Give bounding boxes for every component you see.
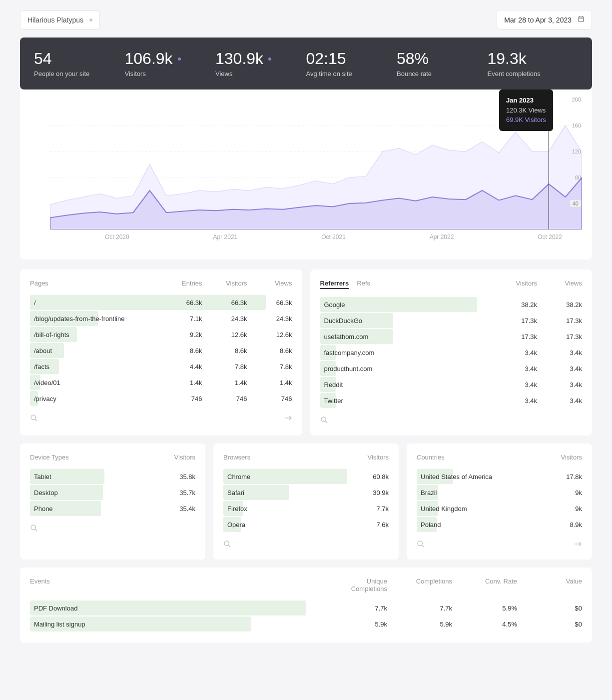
table-row[interactable]: Opera7.6k (223, 517, 389, 532)
row-label: usefathom.com (320, 333, 508, 340)
row-label: Twitter (320, 397, 508, 404)
table-row[interactable]: /66.3k66.3k66.3k (30, 295, 292, 310)
cell-value: 8.6k (172, 347, 202, 354)
traffic-chart-card: Jan 2023 120.3K Views 69.9K Visitors 408… (20, 90, 592, 260)
metric-label: Event completions (488, 70, 579, 78)
table-row[interactable]: fastcompany.com3.4k3.4k (320, 345, 583, 360)
status-dot (89, 18, 92, 22)
table-row[interactable]: /bill-of-rights9.2k12.6k12.6k (30, 327, 292, 342)
arrow-right-icon[interactable] (574, 540, 582, 550)
cell-value: 746 (262, 395, 292, 402)
table-row[interactable]: United States of America17.8k (417, 469, 582, 484)
cell-value: 24.3k (262, 315, 292, 322)
svg-line-16 (422, 545, 424, 547)
col-header: Visitors (552, 454, 582, 461)
search-icon[interactable] (30, 524, 38, 534)
table-row[interactable]: Tablet35.8k (30, 469, 195, 484)
table-row[interactable]: Desktop35.7k (30, 485, 195, 500)
tooltip-visitors: 69.9K Visitors (506, 115, 546, 125)
metric[interactable]: 02:15 Avg time on site (306, 50, 397, 78)
table-row[interactable]: usefathom.com17.3k17.3k (320, 329, 583, 344)
table-row[interactable]: Twitter3.4k3.4k (320, 393, 583, 408)
referrers-card: ReferrersRefs VisitorsViews Google38.2k3… (310, 270, 593, 436)
tab[interactable]: Refs (357, 280, 370, 289)
table-row[interactable]: Phone35.4k (30, 501, 195, 516)
row-label: /about (30, 347, 172, 354)
table-row[interactable]: Firefox7.7k (223, 501, 389, 516)
table-row[interactable]: Chrome60.8k (223, 469, 389, 484)
site-selector[interactable]: Hilarious Platypus (20, 10, 100, 30)
table-row[interactable]: /blog/updates-from-the-frontline7.1k24.3… (30, 311, 292, 326)
cell-value: 12.6k (217, 331, 247, 338)
table-row[interactable]: Poland8.9k (417, 517, 582, 532)
countries-title: Countries (417, 454, 445, 461)
row-label: Brazil (417, 489, 552, 496)
cell-value: 5.9k (402, 620, 452, 628)
x-tick: Oct 2021 (321, 234, 346, 240)
metric[interactable]: 58% Bounce rate (397, 50, 488, 78)
metric[interactable]: 54 People on your site (34, 50, 125, 78)
cell-value: 3.4k (507, 365, 537, 372)
cell-value: 7.8k (262, 363, 292, 370)
cell-value: 3.4k (552, 365, 582, 372)
x-tick: Apr 2022 (430, 234, 454, 240)
date-range-selector[interactable]: Mar 28 to Apr 3, 2023 (497, 10, 592, 30)
cell-value: 17.8k (552, 473, 582, 480)
cell-value: 9k (552, 505, 582, 512)
arrow-right-icon[interactable] (284, 414, 292, 424)
row-label: Mailing list signup (30, 620, 337, 628)
table-row[interactable]: producthunt.com3.4k3.4k (320, 361, 583, 376)
table-row[interactable]: Reddit3.4k3.4k (320, 377, 583, 392)
svg-point-9 (321, 417, 326, 422)
row-label: Phone (30, 505, 165, 512)
y-tick: 120 (572, 148, 581, 154)
cell-value: 5.9k (337, 620, 387, 628)
metric[interactable]: 130.9k Views (215, 50, 306, 78)
site-name: Hilarious Platypus (27, 16, 83, 24)
browsers-card: Browsers Visitors Chrome60.8kSafari30.9k… (213, 444, 399, 560)
cell-value: $0 (532, 620, 582, 628)
search-icon[interactable] (30, 414, 38, 424)
cell-value: 12.6k (262, 331, 292, 338)
table-row[interactable]: Brazil9k (417, 485, 582, 500)
search-icon[interactable] (223, 540, 231, 550)
devices-card: Device Types Visitors Tablet35.8kDesktop… (20, 444, 205, 560)
table-row[interactable]: Mailing list signup5.9k5.9k4.5%$0 (30, 616, 582, 632)
row-label: Reddit (320, 381, 508, 388)
cell-value: 17.3k (507, 317, 537, 324)
metric-label: Visitors (125, 70, 216, 78)
metric-label: Bounce rate (397, 70, 488, 78)
svg-point-15 (418, 541, 422, 546)
svg-point-13 (224, 541, 229, 546)
tab[interactable]: Referrers (320, 280, 349, 289)
metric[interactable]: 106.9k Visitors (125, 50, 216, 78)
table-row[interactable]: Google38.2k38.2k (320, 297, 583, 312)
tooltip-views: 120.3K Views (506, 106, 546, 116)
table-row[interactable]: /video/011.4k1.4k1.4k (30, 375, 292, 390)
cell-value: 3.4k (507, 349, 537, 356)
chart-tooltip: Jan 2023 120.3K Views 69.9K Visitors (499, 90, 553, 131)
svg-point-6 (31, 415, 35, 420)
search-icon[interactable] (320, 416, 328, 426)
table-row[interactable]: DuckDuckGo17.3k17.3k (320, 313, 583, 328)
chart-x-labels: Oct 2020Apr 2021Oct 2021Apr 2022Oct 2022 (50, 230, 582, 240)
row-label: United States of America (417, 473, 552, 480)
row-label: Desktop (30, 489, 165, 496)
row-label: PDF Download (30, 604, 337, 612)
search-icon[interactable] (417, 540, 425, 550)
metric-value: 130.9k (215, 50, 306, 68)
svg-line-14 (228, 545, 230, 547)
x-tick: Oct 2020 (105, 234, 129, 240)
table-row[interactable]: /facts4.4k7.8k7.8k (30, 359, 292, 374)
cell-value: 38.2k (552, 301, 582, 308)
col-header: Views (552, 280, 582, 287)
metric-value: 58% (397, 50, 488, 68)
cell-value: 7.7k (337, 604, 387, 612)
metric[interactable]: 19.3k Event completions (488, 50, 579, 78)
table-row[interactable]: United Kingdom9k (417, 501, 582, 516)
table-row[interactable]: Safari30.9k (223, 485, 389, 500)
table-row[interactable]: /privacy746746746 (30, 391, 292, 406)
table-row[interactable]: PDF Download7.7k7.7k5.9%$0 (30, 600, 582, 616)
table-row[interactable]: /about8.6k8.6k8.6k (30, 343, 292, 358)
pages-card: Pages EntriesVisitorsViews /66.3k66.3k66… (20, 270, 302, 436)
